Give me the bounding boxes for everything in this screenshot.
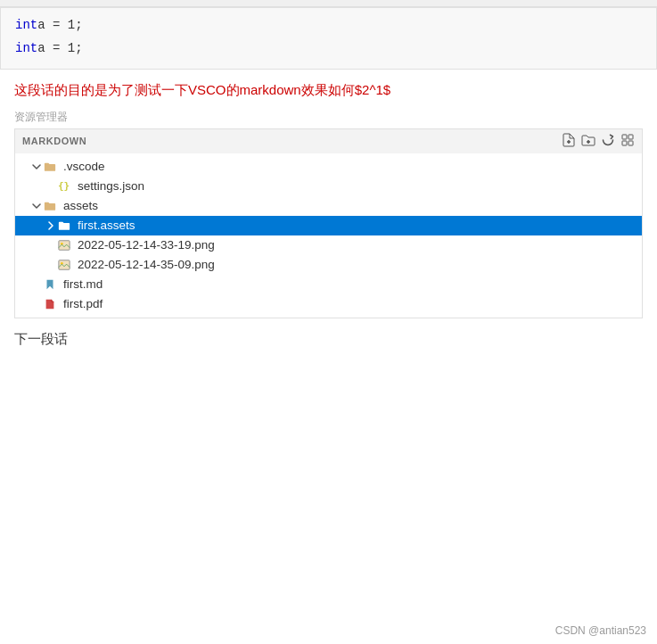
tree-item-settings-json[interactable]: {} settings.json xyxy=(15,177,642,196)
item-label: first.md xyxy=(63,277,642,291)
new-file-icon[interactable] xyxy=(562,133,576,150)
svg-rect-7 xyxy=(628,141,633,145)
svg-marker-12 xyxy=(47,279,53,289)
tree-item-vscode-folder[interactable]: .vscode xyxy=(15,157,642,177)
explorer-title: MARKDOWN xyxy=(22,136,86,146)
code-rest-1: a = 1; xyxy=(37,13,82,37)
item-label: settings.json xyxy=(78,179,642,193)
file-type-icon xyxy=(44,200,60,212)
file-type-icon xyxy=(44,278,60,291)
watermark: CSDN @antian523 xyxy=(555,624,646,637)
chevron-icon xyxy=(29,199,44,213)
svg-rect-10 xyxy=(59,260,70,269)
keyword-1: int xyxy=(15,13,37,37)
tree-item-png1[interactable]: 2022-05-12-14-33-19.png xyxy=(15,235,642,255)
section-label: 资源管理器 xyxy=(0,106,657,128)
file-type-icon xyxy=(58,219,74,232)
svg-rect-4 xyxy=(622,135,627,139)
tree-item-png2[interactable]: 2022-05-12-14-35-09.png xyxy=(15,255,642,275)
explorer-header: MARKDOWN xyxy=(15,129,642,153)
markdown-paragraph: 这段话的目的是为了测试一下VSCO的markdown效果如何$2^1$ xyxy=(0,70,657,106)
bottom-text: 下一段话 xyxy=(0,318,657,355)
keyword-2: int xyxy=(15,37,37,60)
svg-rect-6 xyxy=(622,141,627,145)
file-type-icon: {} xyxy=(58,180,74,192)
file-type-icon xyxy=(44,298,60,310)
chevron-icon xyxy=(29,160,44,174)
item-label: 2022-05-12-14-33-19.png xyxy=(78,238,642,252)
file-type-icon xyxy=(44,161,60,173)
explorer-panel: MARKDOWN xyxy=(14,128,643,318)
new-folder-icon[interactable] xyxy=(581,133,595,150)
code-line-2: int a = 1; xyxy=(15,37,642,60)
chevron-icon xyxy=(44,219,58,233)
code-line-1: int a = 1; xyxy=(15,13,642,37)
refresh-icon[interactable] xyxy=(601,133,615,150)
tree-item-first-md[interactable]: first.md xyxy=(15,275,642,294)
code-block: int a = 1; int a = 1; xyxy=(0,7,657,70)
explorer-actions xyxy=(562,133,635,150)
file-type-icon xyxy=(58,239,74,252)
item-label: first.assets xyxy=(78,219,642,232)
collapse-icon[interactable] xyxy=(620,133,635,150)
code-rest-2: a = 1; xyxy=(37,37,82,60)
svg-rect-8 xyxy=(59,240,70,250)
tree-item-first-pdf[interactable]: first.pdf xyxy=(15,294,642,314)
file-type-icon xyxy=(58,259,74,271)
item-label: assets xyxy=(63,199,642,212)
item-label: .vscode xyxy=(63,160,642,173)
svg-rect-5 xyxy=(628,135,633,139)
item-label: first.pdf xyxy=(63,297,642,310)
item-label: 2022-05-12-14-35-09.png xyxy=(78,258,642,271)
tree-item-first-assets[interactable]: first.assets xyxy=(15,216,642,235)
explorer-body: .vscode {} settings.json assets first.as… xyxy=(15,153,642,318)
tree-item-assets-folder[interactable]: assets xyxy=(15,196,642,216)
